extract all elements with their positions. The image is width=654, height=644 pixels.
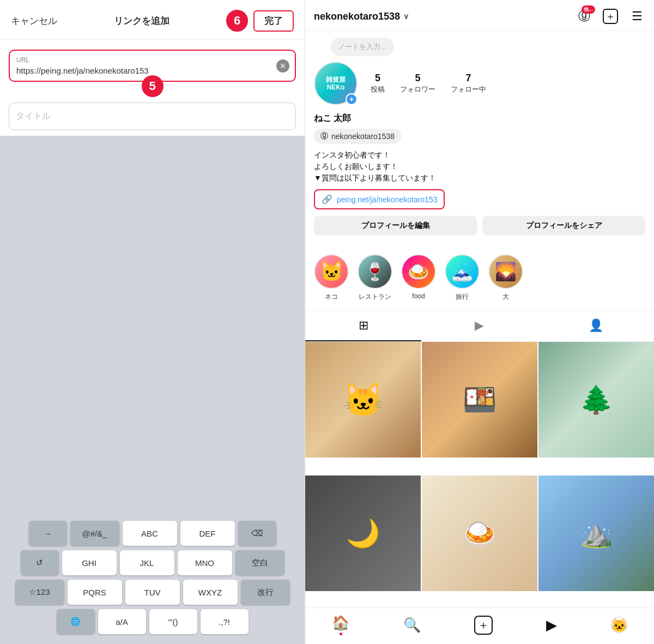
highlights-row: 🐱 ネコ 🍷 レストラン 🍛 food 🗻 旅行 🌄 大 <box>305 250 654 306</box>
profile-link-box[interactable]: 🔗 peing.net/ja/nekonekotaro153 <box>314 189 445 209</box>
url-clear-button[interactable]: ✕ <box>276 59 289 73</box>
nav-home[interactable]: 🏠 <box>332 615 349 635</box>
key-def[interactable]: DEF <box>180 521 235 546</box>
highlight-neko[interactable]: 🐱 ネコ <box>314 254 349 302</box>
key-return[interactable]: 改行 <box>241 580 290 605</box>
link-chain-icon: 🔗 <box>322 194 332 204</box>
key-mno[interactable]: MNO <box>178 550 232 575</box>
edit-profile-button[interactable]: プロフィールを編集 <box>314 216 477 236</box>
keyboard: → @#/&_ ABC DEF ⌫ ↺ GHI JKL MNO 空白 ☆123 … <box>0 136 305 644</box>
key-parens[interactable]: '"() <box>149 609 197 634</box>
key-arrow[interactable]: → <box>29 521 67 546</box>
highlight-more[interactable]: 🌄 大 <box>488 254 523 302</box>
food-highlight-icon: 🍛 <box>408 261 429 282</box>
key-delete[interactable]: ⌫ <box>238 521 276 546</box>
grid-photo-nature[interactable]: 🌲 <box>538 342 654 458</box>
avatar-wrapper: 雑貨屋NEKo + <box>314 62 358 105</box>
done-wrapper: 6 完了 <box>226 10 294 32</box>
home-icon: 🏠 <box>332 615 349 631</box>
key-pqrs[interactable]: PQRS <box>68 580 122 605</box>
key-jkl[interactable]: JKL <box>120 550 174 575</box>
posts-label: 投稿 <box>371 85 385 93</box>
grid-photo-landscape[interactable]: ⛰️ <box>538 476 654 591</box>
following-label: フォロー中 <box>451 85 486 93</box>
tab-grid[interactable]: ⊞ <box>305 311 421 341</box>
highlight-label-neko: ネコ <box>325 292 338 302</box>
grid-photo-cat[interactable]: 🐱 <box>305 342 421 458</box>
share-profile-button[interactable]: プロフィールをシェア <box>482 216 645 236</box>
profile-row: 雑貨屋NEKo + 5 投稿 5 フォロワー 7 フォロー中 <box>314 62 645 105</box>
reels-icon: ▶ <box>475 318 484 333</box>
highlight-label-restaurant: レストラン <box>359 292 391 302</box>
add-icon: ＋ <box>474 616 493 635</box>
key-wxyz[interactable]: WXYZ <box>183 580 238 605</box>
highlight-circle-neko: 🐱 <box>314 254 349 289</box>
grid-photo-food[interactable]: 🍱 <box>422 342 537 458</box>
highlight-label-travel: 旅行 <box>456 292 469 302</box>
left-panel: キャンセル リンクを追加 6 完了 URL https://peing.net/… <box>0 0 305 644</box>
stat-posts: 5 投稿 <box>371 73 385 94</box>
title-input-box[interactable]: タイトル <box>9 103 296 130</box>
nav-profile[interactable]: 🐱 <box>611 617 627 633</box>
key-numbers[interactable]: ☆123 <box>15 580 64 605</box>
highlight-circle-food: 🍛 <box>401 254 436 289</box>
top-icons-group: ⓖ 他... ＋ ☰ <box>576 8 645 25</box>
hamburger-icon: ☰ <box>632 10 641 22</box>
username-header[interactable]: nekonekotaro1538 ∨ <box>314 11 409 22</box>
threads-icon-button[interactable]: ⓖ 他... <box>576 8 593 25</box>
tagged-icon: 👤 <box>589 318 603 333</box>
stats-row: 5 投稿 5 フォロワー 7 フォロー中 <box>371 73 486 94</box>
travel-highlight-icon: 🗻 <box>451 261 473 282</box>
tab-reels[interactable]: ▶ <box>421 311 537 341</box>
grid-photo-plate[interactable]: 🍛 <box>422 476 537 591</box>
threads-badge[interactable]: ⓖ nekonekotaro1538 <box>314 129 401 144</box>
landscape-photo-icon: ⛰️ <box>579 517 613 549</box>
stat-followers[interactable]: 5 フォロワー <box>400 73 435 94</box>
url-section: URL https://peing.net/ja/nekonekotaro153… <box>0 40 305 87</box>
step-6-badge: 6 <box>226 10 248 32</box>
add-post-button[interactable]: ＋ <box>602 8 619 25</box>
key-symbols[interactable]: @#/&_ <box>70 521 119 546</box>
key-punctuation[interactable]: .,?! <box>201 609 249 634</box>
url-label: URL <box>16 56 273 64</box>
note-text: ノートを入力... <box>330 38 394 56</box>
profile-action-buttons: プロフィールを編集 プロフィールをシェア <box>314 216 645 236</box>
avatar-add-story-button[interactable]: + <box>346 93 358 105</box>
nav-reels[interactable]: ▶ <box>546 617 557 634</box>
nav-add[interactable]: ＋ <box>474 616 493 635</box>
highlight-label-more: 大 <box>502 292 509 302</box>
dark-photo-icon: 🌙 <box>346 517 380 549</box>
search-icon: 🔍 <box>403 617 421 634</box>
key-shift[interactable]: a/A <box>98 609 146 634</box>
key-globe[interactable]: 🌐 <box>57 609 95 634</box>
key-tuv[interactable]: TUV <box>125 580 180 605</box>
username-text: nekonekotaro1538 <box>314 11 400 22</box>
restaurant-highlight-icon: 🍷 <box>364 261 386 282</box>
grid-photo-dark[interactable]: 🌙 <box>305 476 421 591</box>
done-button[interactable]: 完了 <box>253 10 294 32</box>
followers-count: 5 <box>400 73 435 84</box>
title-placeholder: タイトル <box>16 111 51 121</box>
right-panel: nekonekotaro1538 ∨ ⓖ 他... ＋ ☰ ノートを入力... … <box>305 0 654 644</box>
menu-button[interactable]: ☰ <box>628 8 645 25</box>
key-ghi[interactable]: GHI <box>62 550 117 575</box>
step-5-badge: 5 <box>142 75 164 97</box>
nav-search[interactable]: 🔍 <box>403 617 421 634</box>
following-count: 7 <box>451 73 486 84</box>
keyboard-row-3: ☆123 PQRS TUV WXYZ 改行 <box>2 580 302 605</box>
cat-photo-icon: 🐱 <box>343 381 384 419</box>
key-undo[interactable]: ↺ <box>21 550 59 575</box>
cancel-button[interactable]: キャンセル <box>11 15 57 27</box>
highlight-restaurant[interactable]: 🍷 レストラン <box>358 254 392 302</box>
followers-label: フォロワー <box>400 85 435 93</box>
avatar-text: 雑貨屋NEKo <box>326 76 346 92</box>
highlight-food[interactable]: 🍛 food <box>401 254 436 302</box>
highlight-label-food: food <box>412 292 425 300</box>
stat-following[interactable]: 7 フォロー中 <box>451 73 486 94</box>
highlight-travel[interactable]: 🗻 旅行 <box>445 254 480 302</box>
tab-tagged[interactable]: 👤 <box>538 311 654 341</box>
key-abc[interactable]: ABC <box>123 521 177 546</box>
add-icon: ＋ <box>603 9 618 24</box>
key-space[interactable]: 空白 <box>235 550 284 575</box>
username-chevron-icon: ∨ <box>403 12 409 21</box>
